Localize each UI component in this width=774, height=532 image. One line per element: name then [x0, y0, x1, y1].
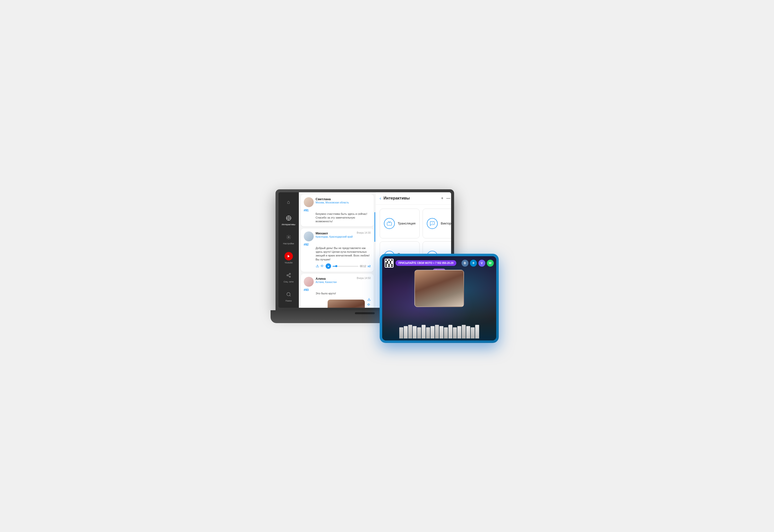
message-number-1: #91 — [304, 209, 371, 212]
performer-14 — [457, 326, 461, 338]
performer-11 — [444, 327, 448, 338]
message-meta-3: Алина Астана, Казахстан — [316, 277, 355, 283]
interactives-header: ‹ Интерактивы + — — [376, 192, 451, 205]
home-icon: ⌂ — [284, 198, 293, 207]
broadcast-photo-inner — [415, 270, 463, 307]
sidebar-label-interactives: Интерактивы — [282, 223, 295, 226]
interactive-card-quiz1[interactable]: Викторина — [423, 209, 451, 238]
message-time-mikhail: Вчера 14:30 — [357, 231, 371, 234]
svg-marker-17 — [321, 265, 322, 267]
sidebar-item-favorites[interactable]: Избранное — [279, 307, 299, 308]
svg-point-10 — [289, 276, 290, 277]
message-number-3: #93 — [304, 288, 371, 292]
message-text-mikhail: Добрый день! Вы не представляете как зде… — [316, 246, 371, 262]
message-meta-1: Светлана Москва, Московская область — [316, 197, 371, 204]
svg-marker-19 — [368, 304, 369, 306]
message-card-svetlana: Светлана Москва, Московская область #91 … — [301, 194, 374, 226]
sidebar-label-settings: Настройки — [283, 242, 294, 245]
tablet-screen: ПРИСЫЛАЙТЕ СВОИ ФОТО + 7 932 850-20-29 В… — [382, 256, 496, 340]
message-header-1: Светлана Москва, Московская область — [304, 197, 371, 207]
sidebar-label-social: Соц. сети — [284, 280, 293, 283]
message-header-3: Алина Астана, Казахстан Вчера 14:50 — [304, 277, 371, 287]
sidebar-label-search: Поиск — [286, 300, 292, 302]
sidebar-item-social[interactable]: Соц. сети — [279, 268, 299, 285]
message-header-2: Михаил Краснодар, Краснодарский край Вче… — [304, 231, 371, 241]
message-location-svetlana: Москва, Московская область — [316, 201, 371, 204]
message-name-alina: Алина — [316, 277, 355, 280]
interactives-icon — [284, 214, 293, 223]
broadcast-photo-overlay — [414, 270, 464, 307]
performer-16 — [466, 326, 470, 338]
scroll-indicator — [374, 212, 375, 242]
whatsapp-icon[interactable]: W — [487, 260, 494, 267]
viber-icon[interactable]: V — [478, 260, 485, 267]
performer-6 — [422, 325, 426, 338]
add-button[interactable]: + — [441, 196, 443, 200]
message-name-mikhail: Михаил — [316, 231, 355, 235]
download-icon[interactable] — [316, 264, 319, 268]
performer-1 — [399, 327, 403, 338]
sidebar: ⌂ — [279, 192, 299, 308]
qr-code — [385, 259, 394, 268]
message-number-2: #92 — [304, 243, 371, 246]
performer-9 — [435, 325, 439, 338]
play-button-mikhail[interactable] — [326, 263, 331, 269]
performer-7 — [426, 327, 430, 338]
svg-line-12 — [288, 274, 289, 275]
quiz1-icon — [427, 218, 438, 229]
svg-marker-7 — [288, 255, 289, 257]
download-icon-alina[interactable] — [367, 298, 371, 302]
svg-line-14 — [289, 295, 290, 296]
volume-icon[interactable] — [321, 264, 324, 268]
volume-icon-alina[interactable] — [367, 303, 371, 307]
quiz1-label: Викторина — [441, 222, 451, 225]
scene: ⌂ — [276, 189, 499, 343]
tablet-broadcast: ПРИСЫЛАЙТЕ СВОИ ФОТО + 7 932 850-20-29 В… — [382, 256, 496, 340]
performer-13 — [453, 327, 457, 338]
multiplier-mikhail: x2 — [368, 265, 371, 268]
broadcast-top-bar: ПРИСЫЛАЙТЕ СВОИ ФОТО + 7 932 850-20-29 В… — [385, 259, 494, 268]
svg-point-9 — [287, 275, 288, 276]
svg-point-13 — [287, 292, 290, 296]
social-icon — [284, 271, 293, 280]
interactive-card-broadcast[interactable]: Трансляция — [380, 209, 420, 238]
avatar-svetlana — [304, 197, 314, 207]
photo-actions-alina: x2 — [367, 298, 371, 308]
message-actions-mikhail: 00:12 x2 — [316, 263, 371, 269]
message-meta-2: Михаил Краснодар, Краснодарский край — [316, 231, 355, 238]
svg-rect-22 — [387, 222, 391, 225]
vk-icon[interactable]: В — [461, 260, 468, 267]
message-photo-alina — [328, 300, 365, 308]
broadcast-icon — [384, 218, 395, 229]
photo-row-alina: x2 — [316, 298, 371, 308]
sidebar-item-interactives[interactable]: Интерактивы — [279, 211, 299, 228]
progress-dot-mikhail — [335, 265, 337, 267]
search-icon — [284, 290, 293, 299]
telegram-icon[interactable]: ✈ — [470, 260, 477, 267]
broadcast-label: Трансляция — [398, 222, 416, 225]
remove-button[interactable]: — — [446, 196, 450, 200]
message-location-alina: Астана, Казахстан — [316, 281, 355, 283]
sidebar-item-settings[interactable]: Настройки — [279, 230, 299, 247]
avatar-mikhail — [304, 231, 314, 241]
photo-inner-alina — [328, 300, 365, 308]
performer-4 — [413, 326, 417, 338]
performer-8 — [430, 326, 434, 338]
performer-2 — [404, 326, 408, 338]
sidebar-item-home[interactable]: ⌂ — [279, 195, 299, 209]
performer-5 — [417, 327, 421, 338]
progress-bar-mikhail[interactable] — [333, 266, 359, 267]
messages-panel[interactable]: Светлана Москва, Московская область #91 … — [299, 192, 376, 308]
message-card-mikhail: Михаил Краснодар, Краснодарский край Вче… — [301, 228, 374, 272]
avatar-alina — [304, 277, 314, 287]
back-button[interactable]: ‹ — [380, 196, 381, 201]
message-text-alina: Это было круто! — [316, 292, 371, 295]
panel-title: Интерактивы — [384, 196, 439, 200]
svg-line-11 — [288, 276, 289, 276]
performer-10 — [439, 326, 443, 338]
youtube-icon — [284, 252, 293, 261]
message-card-alina: Алина Астана, Казахстан Вчера 14:50 #93 … — [301, 274, 374, 308]
sidebar-item-youtube[interactable]: Youtube — [279, 249, 299, 266]
svg-point-8 — [289, 273, 290, 274]
sidebar-item-search[interactable]: Поиск — [279, 287, 299, 305]
